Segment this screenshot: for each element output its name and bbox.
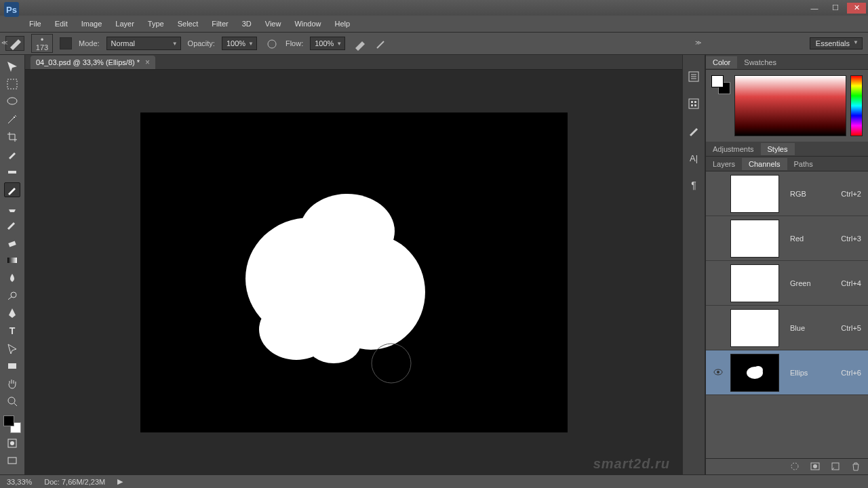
dodge-tool[interactable]: [4, 288, 20, 303]
document-tab[interactable]: 04_03.psd @ 33,3% (Ellips/8) * ×: [31, 56, 155, 69]
channel-row[interactable]: EllipsCtrl+6: [706, 350, 868, 395]
svg-point-2: [7, 98, 17, 104]
tab-layers[interactable]: Layers: [706, 158, 742, 170]
visibility-toggle[interactable]: [713, 369, 724, 377]
move-tool[interactable]: [4, 59, 20, 74]
path-selection-tool[interactable]: [4, 341, 20, 356]
close-tab-icon[interactable]: ×: [145, 58, 150, 67]
zoom-tool[interactable]: [4, 394, 20, 409]
close-button[interactable]: ✕: [847, 3, 866, 14]
color-panel-fgbg[interactable]: [711, 75, 730, 94]
healing-brush-tool[interactable]: [4, 165, 20, 180]
svg-rect-19: [689, 99, 698, 108]
brush-tool[interactable]: [4, 182, 20, 197]
tab-color[interactable]: Color: [706, 56, 737, 68]
flow-label: Flow:: [285, 39, 303, 47]
menu-image[interactable]: Image: [76, 18, 108, 29]
character-panel-icon[interactable]: A|: [686, 150, 702, 166]
channel-thumbnail: [730, 220, 779, 258]
channels-list: RGBCtrl+2RedCtrl+3GreenCtrl+4BlueCtrl+5E…: [706, 171, 868, 458]
menu-select[interactable]: Select: [172, 18, 204, 29]
history-panel-icon[interactable]: [686, 68, 702, 85]
load-selection-icon[interactable]: [789, 462, 800, 472]
opacity-label: Opacity:: [188, 39, 215, 47]
adjustments-panel-tabs: Adjustments Styles: [706, 142, 868, 157]
menu-filter[interactable]: Filter: [206, 18, 233, 29]
collapse-left-icon[interactable]: ≪: [1, 39, 7, 46]
eraser-tool[interactable]: [4, 235, 20, 250]
screen-mode-icon[interactable]: [4, 453, 20, 468]
tab-swatches[interactable]: Swatches: [737, 56, 783, 68]
workspace-switcher[interactable]: Essentials: [810, 37, 863, 49]
minimize-button[interactable]: —: [805, 3, 824, 14]
channel-row[interactable]: RGBCtrl+2: [706, 171, 868, 216]
crop-tool[interactable]: [4, 129, 20, 144]
brush-size-picker[interactable]: • 173: [31, 34, 53, 53]
brush-panel-toggle-icon[interactable]: [60, 37, 72, 49]
airbrush-icon[interactable]: [352, 37, 367, 50]
tab-paths[interactable]: Paths: [787, 158, 820, 170]
foreground-background-swatch[interactable]: [3, 415, 21, 433]
lasso-tool[interactable]: [4, 94, 20, 109]
channel-row[interactable]: RedCtrl+3: [706, 216, 868, 261]
maximize-button[interactable]: ☐: [826, 3, 845, 14]
tab-styles[interactable]: Styles: [761, 143, 795, 155]
color-panel: [706, 70, 868, 142]
pen-tool[interactable]: [4, 306, 20, 321]
type-tool[interactable]: T: [4, 323, 20, 338]
channel-name: Blue: [786, 324, 834, 332]
svg-rect-7: [8, 363, 16, 369]
flow-field[interactable]: 100%: [310, 37, 345, 50]
delete-channel-icon[interactable]: [850, 462, 861, 472]
history-brush-tool[interactable]: [4, 218, 20, 232]
zoom-readout[interactable]: 33,33%: [7, 478, 32, 486]
save-selection-icon[interactable]: [810, 462, 821, 472]
svg-rect-23: [694, 104, 696, 106]
paragraph-panel-icon[interactable]: ¶: [686, 177, 702, 193]
blur-tool[interactable]: [4, 270, 20, 285]
hand-tool[interactable]: [4, 376, 20, 391]
menu-3d[interactable]: 3D: [237, 18, 257, 29]
tab-adjustments[interactable]: Adjustments: [706, 143, 761, 155]
menu-window[interactable]: Window: [289, 18, 326, 29]
clone-stamp-tool[interactable]: [4, 200, 20, 215]
hue-slider[interactable]: [850, 75, 863, 136]
canvas-viewport[interactable]: smart2d.ru: [25, 70, 682, 474]
collapsed-panel-dock: A| ¶: [682, 55, 705, 474]
magic-wand-tool[interactable]: [4, 112, 20, 127]
menu-view[interactable]: View: [260, 18, 287, 29]
canvas[interactable]: [140, 113, 568, 432]
opacity-field[interactable]: 100%: [222, 37, 257, 50]
menu-file[interactable]: File: [24, 18, 47, 29]
svg-point-6: [11, 292, 16, 298]
menu-edit[interactable]: Edit: [50, 18, 73, 29]
channel-thumbnail: [730, 354, 779, 392]
color-field[interactable]: [734, 75, 846, 136]
pressure-opacity-icon[interactable]: [264, 37, 279, 50]
svg-point-27: [753, 366, 763, 374]
tool-preset-icon[interactable]: [5, 36, 24, 51]
new-channel-icon[interactable]: [830, 462, 841, 472]
svg-rect-3: [8, 171, 16, 174]
channel-shortcut: Ctrl+3: [841, 235, 861, 243]
eyedropper-tool[interactable]: [4, 147, 20, 162]
menu-type[interactable]: Type: [142, 18, 170, 29]
menu-layer[interactable]: Layer: [110, 18, 140, 29]
channel-row[interactable]: GreenCtrl+4: [706, 261, 868, 306]
svg-point-30: [813, 464, 817, 468]
foreground-color-swatch[interactable]: [3, 415, 14, 426]
channel-name: Green: [786, 279, 834, 287]
quick-mask-icon[interactable]: [4, 436, 20, 451]
marquee-tool[interactable]: [4, 77, 20, 92]
collapse-right-icon[interactable]: ≫: [695, 39, 701, 46]
menu-help[interactable]: Help: [330, 18, 356, 29]
pressure-size-icon[interactable]: [374, 37, 389, 50]
blend-mode-dropdown[interactable]: Normal: [106, 37, 181, 50]
status-menu-icon[interactable]: ▶: [117, 477, 123, 486]
gradient-tool[interactable]: [4, 253, 20, 268]
brush-panel-icon[interactable]: [686, 123, 702, 139]
channel-row[interactable]: BlueCtrl+5: [706, 306, 868, 350]
rectangle-tool[interactable]: [4, 359, 20, 373]
properties-panel-icon[interactable]: [686, 96, 702, 112]
tab-channels[interactable]: Channels: [742, 158, 787, 170]
